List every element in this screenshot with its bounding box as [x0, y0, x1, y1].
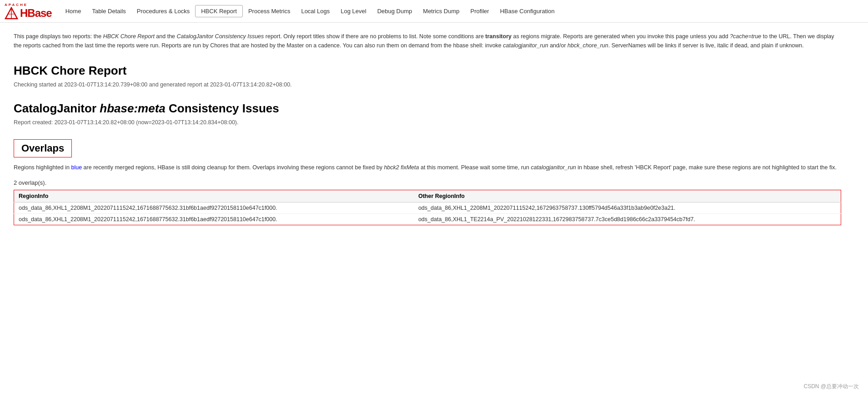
overlaps-section: Overlaps Regions highlighted in blue are… [14, 139, 841, 225]
hbck-section: HBCK Chore Report Checking started at 20… [14, 64, 841, 88]
cell-other-region-info: ods_data_86,XHL1_2208M1_2022071115242,16… [414, 203, 841, 214]
cell-region-info: ods_data_86,XHL1_2208M1_2022071115242,16… [14, 214, 414, 225]
hbase-brand-text: HBase [20, 7, 52, 20]
logo: APACHE HBase [5, 3, 52, 20]
cell-region-info: ods_data_86,XHL1_2208M1_2022071115242,16… [14, 203, 414, 214]
table-body: ods_data_86,XHL1_2208M1_2022071115242,16… [14, 203, 841, 225]
catalog-subtitle: Report created: 2023-01-07T13:14:20.82+0… [14, 119, 841, 126]
nav-home[interactable]: Home [60, 1, 87, 21]
nav-local-logs[interactable]: Local Logs [296, 1, 335, 21]
catalog-title-italic: hbase:meta [100, 101, 166, 115]
hbck-subtitle: Checking started at 2023-01-07T13:14:20.… [14, 81, 841, 88]
blue-text: blue [71, 164, 82, 171]
navbar: APACHE HBase Home Table Details Procedur… [0, 0, 868, 23]
main-content: This page displays two reports: the HBCK… [0, 23, 855, 234]
overlaps-description: Regions highlighted in blue are recently… [14, 163, 841, 172]
nav-debug-dump[interactable]: Debug Dump [372, 1, 418, 21]
hbase-logo-row: HBase [5, 7, 52, 20]
overlaps-heading: Overlaps [21, 142, 64, 154]
overlaps-count: 2 overlap(s). [14, 179, 841, 186]
col-other-region-info: Other RegionInfo [414, 190, 841, 203]
intro-paragraph: This page displays two reports: the HBCK… [14, 32, 841, 50]
nav-hbase-configuration[interactable]: HBase Configuration [495, 1, 560, 21]
nav-procedures-locks[interactable]: Procedures & Locks [131, 1, 195, 21]
table-head: RegionInfo Other RegionInfo [14, 190, 841, 203]
apache-text: APACHE [5, 3, 52, 7]
nav-process-metrics[interactable]: Process Metrics [243, 1, 296, 21]
table-header-row: RegionInfo Other RegionInfo [14, 190, 841, 203]
catalog-title-suffix: Consistency Issues [166, 101, 279, 115]
nav-log-level[interactable]: Log Level [335, 1, 371, 21]
hbase-feather-icon [5, 7, 18, 20]
overlaps-table: RegionInfo Other RegionInfo ods_data_86,… [14, 190, 841, 225]
nav-metrics-dump[interactable]: Metrics Dump [417, 1, 465, 21]
hbck-title: HBCK Chore Report [14, 64, 841, 78]
catalog-title-prefix: CatalogJanitor [14, 101, 100, 115]
catalog-title: CatalogJanitor hbase:meta Consistency Is… [14, 101, 841, 116]
table-row: ods_data_86,XHL1_2208M1_2022071115242,16… [14, 203, 841, 214]
nav-links: Home Table Details Procedures & Locks HB… [60, 1, 863, 21]
overlaps-heading-box: Overlaps [14, 139, 72, 157]
table-row: ods_data_86,XHL1_2208M1_2022071115242,16… [14, 214, 841, 225]
nav-table-details[interactable]: Table Details [86, 1, 131, 21]
nav-profiler[interactable]: Profiler [465, 1, 494, 21]
col-region-info: RegionInfo [14, 190, 414, 203]
nav-hbck-report[interactable]: HBCK Report [195, 5, 243, 17]
cell-other-region-info: ods_data_86,XHL1_TE2214a_PV_202210281223… [414, 214, 841, 225]
catalog-section: CatalogJanitor hbase:meta Consistency Is… [14, 101, 841, 126]
